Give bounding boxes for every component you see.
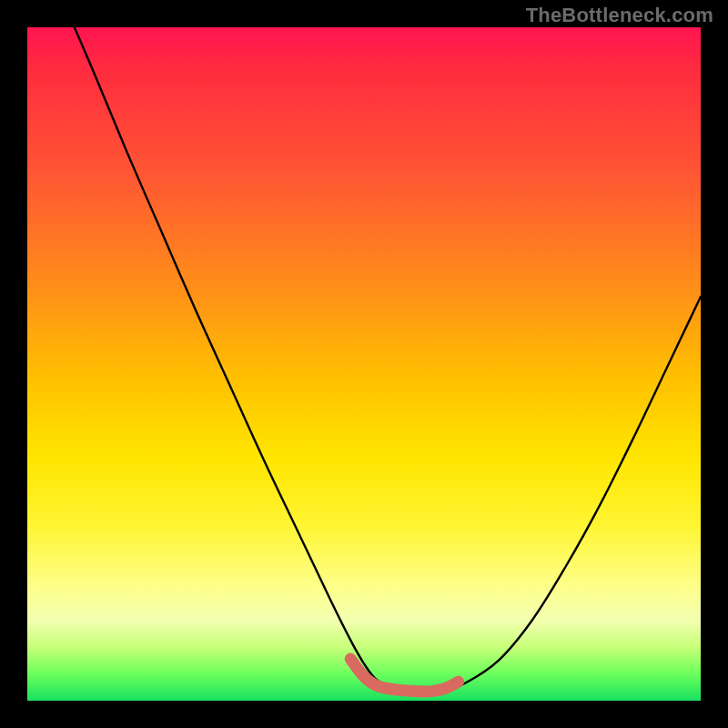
watermark-text: TheBottleneck.com <box>526 4 713 27</box>
bottom-plateau-highlight <box>350 659 458 692</box>
curve-layer <box>27 27 701 701</box>
bottleneck-curve <box>75 27 701 692</box>
chart-frame: TheBottleneck.com <box>0 0 728 728</box>
plot-area <box>27 27 701 701</box>
